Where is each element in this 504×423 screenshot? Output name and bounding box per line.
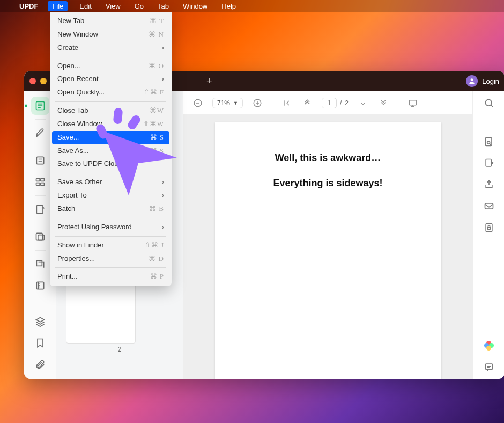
protect-button[interactable] xyxy=(483,221,495,234)
chat-button[interactable] xyxy=(483,361,495,374)
menu-item-open[interactable]: Open...⌘ O xyxy=(50,60,172,73)
svg-rect-22 xyxy=(485,364,492,369)
menu-item-open-quickly[interactable]: Open Quickly...⇧⌘ F xyxy=(50,86,172,99)
menubar-item-help[interactable]: Help xyxy=(219,1,238,11)
menu-item-open-recent[interactable]: Open Recent xyxy=(50,72,172,86)
menu-item-save-to-cloud[interactable]: Save to UPDF Cloud xyxy=(50,157,172,171)
redact-tool-button[interactable] xyxy=(31,228,49,246)
new-tab-button[interactable]: + xyxy=(206,76,212,87)
first-page-button[interactable] xyxy=(281,97,293,109)
menu-separator xyxy=(55,236,166,237)
bookmark-button[interactable] xyxy=(31,334,49,352)
login-button[interactable]: Login xyxy=(466,75,499,87)
toolbar-separator xyxy=(398,98,398,108)
menu-separator xyxy=(55,101,166,102)
rail-separator xyxy=(35,119,46,120)
svg-point-15 xyxy=(485,99,492,106)
app-name[interactable]: UPDF xyxy=(19,2,38,10)
svg-rect-8 xyxy=(36,233,42,240)
rail-separator xyxy=(35,195,46,196)
avatar-icon xyxy=(466,75,478,87)
menu-item-print[interactable]: Print...⌘ P xyxy=(50,270,172,283)
rail-separator xyxy=(35,147,46,147)
menubar-item-view[interactable]: View xyxy=(103,1,123,11)
menu-item-close-window[interactable]: Close Window⇧⌘W xyxy=(50,118,172,131)
presentation-button[interactable] xyxy=(407,97,419,109)
menu-separator xyxy=(55,267,166,268)
minimize-window-button[interactable] xyxy=(40,78,47,84)
menu-item-create[interactable]: Create xyxy=(50,41,172,55)
attachment-button[interactable] xyxy=(31,355,49,374)
svg-rect-18 xyxy=(486,159,491,166)
reader-mode-button[interactable] xyxy=(31,97,49,115)
email-button[interactable] xyxy=(483,200,495,213)
macos-menubar: UPDF File Edit View Go Tab Window Help xyxy=(0,0,504,12)
updf-logo-icon xyxy=(484,341,494,351)
layers-button[interactable] xyxy=(31,312,49,331)
menubar-item-edit[interactable]: Edit xyxy=(77,1,93,11)
file-menu-dropdown: New Tab⌘ T New Window⌘ N Create Open...⌘… xyxy=(50,12,172,286)
svg-rect-4 xyxy=(40,178,44,181)
comment-tool-button[interactable] xyxy=(31,124,49,142)
svg-rect-14 xyxy=(409,100,417,105)
page-total: 2 xyxy=(345,99,349,107)
menu-item-new-tab[interactable]: New Tab⌘ T xyxy=(50,14,172,28)
svg-rect-3 xyxy=(36,178,40,181)
svg-rect-5 xyxy=(36,183,40,186)
svg-rect-19 xyxy=(485,203,493,209)
toolbar-separator xyxy=(272,98,272,108)
svg-rect-9 xyxy=(38,235,44,240)
zoom-level-value: 71% xyxy=(217,99,230,107)
menu-item-new-window[interactable]: New Window⌘ N xyxy=(50,28,172,41)
menu-separator xyxy=(55,57,166,57)
document-page: Well, this is awkward… Everything is sid… xyxy=(215,122,441,379)
svg-rect-10 xyxy=(36,260,42,266)
document-text-line: Everything is sideways! xyxy=(231,178,425,189)
next-page-button[interactable] xyxy=(357,97,369,109)
menu-item-save[interactable]: Save...⌘ S xyxy=(52,131,169,144)
zoom-level-dropdown[interactable]: 71% ▼ xyxy=(212,98,243,108)
menubar-item-window[interactable]: Window xyxy=(181,1,210,11)
menubar-item-file[interactable]: File xyxy=(48,1,68,11)
current-page-input[interactable]: 1 xyxy=(322,98,337,108)
form-tool-button[interactable] xyxy=(31,200,49,218)
menu-item-export-to[interactable]: Export To xyxy=(50,189,172,202)
page-indicator: 1 / 2 xyxy=(322,98,349,108)
menu-item-show-in-finder[interactable]: Show in Finder⇧⌘ J xyxy=(50,239,172,252)
svg-point-0 xyxy=(471,78,473,81)
compress-tool-button[interactable] xyxy=(31,276,49,295)
menu-item-protect-password[interactable]: Protect Using Password xyxy=(50,221,172,234)
zoom-out-button[interactable] xyxy=(192,97,204,109)
updf-logo-button[interactable] xyxy=(483,339,495,352)
share-button[interactable] xyxy=(483,178,495,191)
document-toolbar: 71% ▼ 1 / 2 xyxy=(183,91,472,115)
close-window-button[interactable] xyxy=(29,78,36,84)
menu-item-close-tab[interactable]: Close Tab⌘W xyxy=(50,104,172,118)
crop-tool-button[interactable] xyxy=(31,255,49,273)
menubar-item-tab[interactable]: Tab xyxy=(155,1,171,11)
menubar-item-go[interactable]: Go xyxy=(132,1,146,11)
menu-item-properties[interactable]: Properties...⌘ D xyxy=(50,252,172,266)
svg-rect-7 xyxy=(36,206,43,214)
document-text-line: Well, this is awkward… xyxy=(231,152,425,164)
export-button[interactable] xyxy=(483,157,495,170)
organize-tool-button[interactable] xyxy=(31,173,49,191)
rail-separator xyxy=(35,223,46,223)
right-tool-rail xyxy=(472,91,504,379)
menu-item-save-as-other[interactable]: Save as Other xyxy=(50,176,172,189)
rail-separator xyxy=(35,250,46,251)
document-canvas[interactable]: Well, this is awkward… Everything is sid… xyxy=(183,115,472,379)
page-separator: / xyxy=(340,99,342,107)
edit-tool-button[interactable] xyxy=(31,151,49,170)
svg-rect-21 xyxy=(487,227,490,229)
search-button[interactable] xyxy=(483,97,495,110)
thumbnail-label: 2 xyxy=(66,346,173,353)
menu-item-save-as[interactable]: Save As...⇧⌘ S xyxy=(50,144,172,158)
ocr-button[interactable] xyxy=(483,135,495,148)
prev-page-button[interactable] xyxy=(301,97,313,109)
menu-separator xyxy=(55,173,166,173)
menu-item-batch[interactable]: Batch⌘ B xyxy=(50,202,172,216)
last-page-button[interactable] xyxy=(377,97,389,109)
login-label: Login xyxy=(482,77,499,85)
zoom-in-button[interactable] xyxy=(251,97,263,109)
